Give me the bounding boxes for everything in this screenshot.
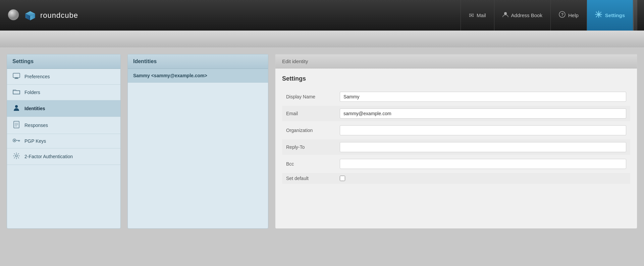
edit-panel-body: Settings Display Name Email Organization… [275, 69, 637, 192]
reply-to-label: Reply-To [286, 144, 340, 150]
svg-point-12 [15, 105, 18, 108]
svg-point-4 [504, 12, 507, 15]
sidebar-item-responses-label: Responses [24, 123, 48, 128]
edit-section-title: Settings [282, 75, 630, 82]
help-icon: ? [559, 11, 566, 19]
edit-identity-panel: Edit identity Settings Display Name Emai… [275, 54, 637, 229]
sidebar-item-responses[interactable]: Responses [7, 117, 120, 134]
nav-help[interactable]: ? Help [551, 0, 587, 31]
nav-mail-label: Mail [477, 12, 486, 18]
person-icon [12, 104, 20, 113]
nav-settings[interactable]: Settings [587, 0, 633, 31]
svg-point-15 [14, 140, 15, 141]
bcc-label: Bcc [286, 161, 340, 167]
svg-rect-11 [14, 78, 18, 79]
monitor-icon [12, 73, 20, 80]
nav-addressbook-label: Address Book [511, 12, 542, 18]
mail-icon: ✉ [469, 12, 474, 19]
sidebar-item-2fa-label: 2-Factor Authentication [24, 154, 73, 159]
folder-icon [12, 89, 20, 96]
scrollbar-right [633, 0, 637, 31]
sidebar-item-folders-label: Folders [24, 90, 40, 95]
settings-panel: Settings Preferences Folders [7, 54, 121, 229]
addressbook-icon [502, 11, 508, 19]
display-name-input[interactable] [340, 92, 626, 102]
nav-settings-label: Settings [605, 12, 625, 18]
svg-rect-10 [15, 78, 18, 78]
sidebar-item-preferences[interactable]: Preferences [7, 69, 120, 85]
nav-help-label: Help [568, 12, 579, 18]
main-content: Settings Preferences Folders [0, 47, 644, 235]
sidebar-item-preferences-label: Preferences [24, 74, 50, 79]
svg-point-0 [8, 9, 19, 20]
identities-panel-header: Identities [128, 54, 268, 69]
organization-label: Organization [286, 128, 340, 133]
nav-links: ✉ Mail Address Book ? Help [461, 0, 637, 31]
sidebar-item-folders[interactable]: Folders [7, 85, 120, 100]
topbar: roundcube ✉ Mail Address Book ? [0, 0, 644, 31]
nav-mail[interactable]: ✉ Mail [461, 0, 494, 31]
field-row-email: Email [282, 106, 630, 121]
svg-point-7 [597, 13, 600, 16]
reply-to-input[interactable] [340, 142, 626, 152]
identity-sammy-label: Sammy <sammy@example.com> [133, 73, 207, 78]
bcc-input[interactable] [340, 159, 626, 169]
doc-icon [12, 121, 20, 130]
email-label: Email [286, 111, 340, 116]
sidebar-item-identities[interactable]: Identities [7, 100, 120, 117]
svg-point-16 [15, 155, 17, 157]
display-name-label: Display Name [286, 94, 340, 99]
key-icon [12, 138, 20, 144]
identity-item-sammy[interactable]: Sammy <sammy@example.com> [128, 69, 268, 83]
subheader [0, 31, 644, 47]
set-default-label: Set default [286, 176, 340, 181]
edit-panel-header: Edit identity [275, 54, 637, 69]
gear-icon [12, 152, 20, 161]
sidebar-item-2fa[interactable]: 2-Factor Authentication [7, 148, 120, 165]
logo-sphere-icon [7, 9, 20, 22]
field-row-organization: Organization [282, 123, 630, 138]
field-row-reply-to: Reply-To [282, 139, 630, 155]
nav-addressbook[interactable]: Address Book [494, 0, 551, 31]
email-input[interactable] [340, 108, 626, 119]
settings-panel-header: Settings [7, 54, 120, 69]
brand-name: roundcube [40, 11, 78, 20]
organization-input[interactable] [340, 125, 626, 135]
set-default-checkbox[interactable] [340, 176, 345, 181]
field-row-bcc: Bcc [282, 156, 630, 172]
sidebar-item-pgp-label: PGP Keys [24, 138, 46, 144]
svg-text:?: ? [561, 12, 564, 17]
field-row-display-name: Display Name [282, 89, 630, 104]
field-row-set-default: Set default [282, 173, 630, 184]
logo-cube-icon [23, 9, 37, 22]
settings-nav-icon [595, 11, 602, 20]
sidebar-item-identities-label: Identities [24, 106, 45, 111]
sidebar-item-pgp[interactable]: PGP Keys [7, 134, 120, 148]
logo: roundcube [7, 9, 78, 22]
identities-panel: Identities Sammy <sammy@example.com> [127, 54, 268, 229]
svg-rect-9 [13, 73, 20, 78]
